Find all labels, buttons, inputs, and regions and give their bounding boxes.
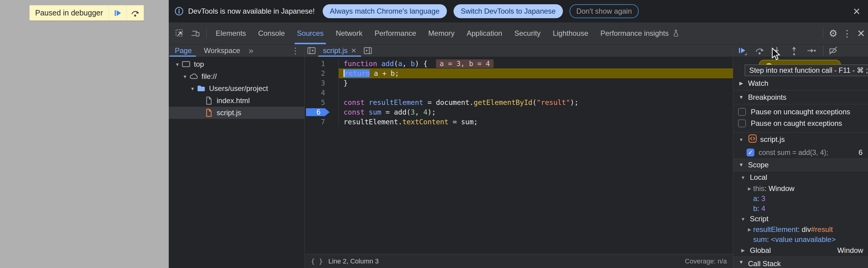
- code-text[interactable]: const sum = add(3, 4);: [339, 107, 733, 117]
- scope-variable-a[interactable]: a: 3: [733, 193, 868, 203]
- notification-close-icon[interactable]: ×: [853, 5, 860, 17]
- editor-tab-scriptjs[interactable]: script.js ×: [318, 44, 361, 57]
- tree-item-script-js[interactable]: script.js: [169, 107, 305, 119]
- checkbox-checked[interactable]: ✓: [746, 149, 754, 156]
- code-text[interactable]: [339, 88, 733, 98]
- breakpoint-entry[interactable]: ✓ const sum = add(3, 4); 6: [733, 146, 868, 158]
- line-number[interactable]: 7: [305, 117, 339, 127]
- tab-sources[interactable]: Sources: [291, 23, 330, 44]
- tree-item-index-html[interactable]: index.html: [169, 95, 305, 107]
- code-text[interactable]: const resultElement = document.getElemen…: [339, 98, 733, 107]
- tab-application[interactable]: Application: [461, 23, 508, 44]
- line-number[interactable]: 4: [305, 88, 339, 98]
- line-number[interactable]: 3: [305, 78, 339, 88]
- toggle-navigator-panel-icon[interactable]: [305, 44, 317, 57]
- navigator-more-options-icon[interactable]: ⋮: [291, 46, 300, 56]
- pause-caught-exceptions-row[interactable]: Pause on caught exceptions: [733, 118, 868, 129]
- tab-memory[interactable]: Memory: [422, 23, 461, 44]
- device-toolbar-button[interactable]: [189, 27, 202, 40]
- scope-script-label: Script: [750, 215, 768, 223]
- breakpoint-file-group[interactable]: ▼ script.js: [733, 132, 868, 146]
- tab-lighthouse[interactable]: Lighthouse: [547, 23, 594, 44]
- code-text[interactable]: return a + b;: [339, 68, 733, 78]
- breakpoint-marker[interactable]: 6: [306, 108, 330, 116]
- expanded-arrow-icon[interactable]: ▼: [737, 137, 745, 142]
- collapsed-arrow-icon[interactable]: ▶: [746, 227, 753, 232]
- line-number[interactable]: 2: [305, 68, 339, 78]
- pause-uncaught-exceptions-row[interactable]: Pause on uncaught exceptions: [733, 106, 868, 118]
- tab-console[interactable]: Console: [252, 23, 291, 44]
- editor-tab-bar: script.js ×: [305, 44, 733, 57]
- variable-name: this: [753, 184, 764, 193]
- tab-elements[interactable]: Elements: [210, 23, 252, 44]
- tree-item-top[interactable]: ▼top: [169, 58, 305, 70]
- tab-workspace[interactable]: Workspace: [198, 44, 246, 57]
- editor-status-bar: { } Line 2, Column 3 Coverage: n/a: [305, 254, 733, 268]
- code-token: function: [344, 60, 377, 68]
- code-text[interactable]: }: [339, 78, 733, 88]
- pretty-print-icon[interactable]: { }: [311, 258, 323, 265]
- tree-item-users-user-project[interactable]: ▼Users/user/project: [169, 83, 305, 95]
- resume-button[interactable]: [737, 45, 748, 56]
- close-devtools-icon[interactable]: ×: [854, 26, 868, 41]
- expanded-arrow-icon[interactable]: ▼: [739, 175, 747, 180]
- checkbox-unchecked[interactable]: [738, 108, 746, 116]
- line-number[interactable]: 6: [305, 107, 339, 117]
- toolbar-divider: [206, 28, 207, 38]
- code-text[interactable]: function add(a, b) {a = 3, b = 4: [339, 59, 733, 68]
- step-over-button[interactable]: [754, 45, 765, 56]
- collapsed-arrow-icon[interactable]: ▶: [746, 186, 753, 191]
- expanded-arrow-icon[interactable]: ▼: [189, 86, 196, 91]
- expanded-arrow-icon[interactable]: ▼: [174, 62, 181, 67]
- tree-item-file[interactable]: ▼file://: [169, 70, 305, 83]
- code-token: add: [381, 60, 394, 68]
- collapsed-arrow-icon[interactable]: ▶: [737, 80, 745, 86]
- code-editor[interactable]: 1function add(a, b) {a = 3, b = 42return…: [305, 57, 733, 254]
- tab-performance-insights[interactable]: Performance insights: [594, 23, 686, 44]
- watch-section-header[interactable]: ▶ Watch: [733, 77, 868, 90]
- scope-section-header[interactable]: ▼ Scope: [733, 158, 868, 171]
- toggle-debugger-panel-icon[interactable]: [362, 44, 374, 57]
- checkbox-unchecked[interactable]: [738, 119, 746, 127]
- script-file-icon: [748, 134, 757, 145]
- step-out-button[interactable]: [788, 45, 800, 56]
- expanded-arrow-icon[interactable]: ▼: [739, 216, 747, 221]
- settings-gear-icon[interactable]: ⚙: [826, 28, 840, 39]
- call-stack-section-header[interactable]: ▼ Call Stack: [733, 257, 868, 268]
- scope-variable-b[interactable]: b: 4: [733, 203, 868, 213]
- scope-variable-this[interactable]: ▶this: Window: [733, 183, 868, 193]
- dont-show-again-button[interactable]: Don't show again: [569, 4, 638, 18]
- cloud-icon: [189, 71, 198, 81]
- tab-security[interactable]: Security: [508, 23, 547, 44]
- code-text[interactable]: resultElement.textContent = sum;: [339, 117, 733, 127]
- match-chrome-language-button[interactable]: Always match Chrome's language: [323, 4, 447, 18]
- expanded-arrow-icon[interactable]: ▼: [737, 260, 745, 265]
- expanded-arrow-icon[interactable]: ▼: [737, 162, 745, 168]
- line-number[interactable]: 1: [305, 59, 339, 68]
- notification-bar: DevTools is now available in Japanese! A…: [169, 0, 868, 23]
- switch-to-japanese-button[interactable]: Switch DevTools to Japanese: [454, 4, 563, 18]
- collapsed-arrow-icon[interactable]: ▶: [739, 248, 747, 253]
- step-button[interactable]: [806, 45, 817, 56]
- scope-variable-resultelement[interactable]: ▶resultElement: div#result: [733, 224, 868, 234]
- scope-variable-sum[interactable]: sum: <value unavailable>: [733, 234, 868, 244]
- scope-script-group[interactable]: ▼ Script: [733, 213, 868, 224]
- line-number[interactable]: 5: [305, 98, 339, 107]
- tab-page[interactable]: Page: [169, 44, 198, 57]
- tab-network[interactable]: Network: [330, 23, 368, 44]
- deactivate-breakpoints-button[interactable]: [828, 45, 839, 56]
- scope-global-group[interactable]: ▶ Global Window: [733, 244, 868, 257]
- resume-script-button[interactable]: [108, 5, 126, 20]
- tab-performance[interactable]: Performance: [368, 23, 422, 44]
- code-token: resultElement: [369, 98, 423, 107]
- scope-local-group[interactable]: ▼ Local: [733, 171, 868, 183]
- expanded-arrow-icon[interactable]: ▼: [181, 74, 189, 79]
- more-tabs-chevron-icon[interactable]: »: [246, 46, 256, 56]
- code-token: ) {: [415, 60, 428, 68]
- expanded-arrow-icon[interactable]: ▼: [737, 95, 745, 100]
- step-over-banner-button[interactable]: [126, 5, 144, 20]
- more-options-icon[interactable]: ⋮: [840, 28, 854, 39]
- close-tab-icon[interactable]: ×: [351, 46, 356, 56]
- breakpoints-section-header[interactable]: ▼ Breakpoints: [733, 90, 868, 104]
- inspect-element-button[interactable]: [173, 27, 186, 40]
